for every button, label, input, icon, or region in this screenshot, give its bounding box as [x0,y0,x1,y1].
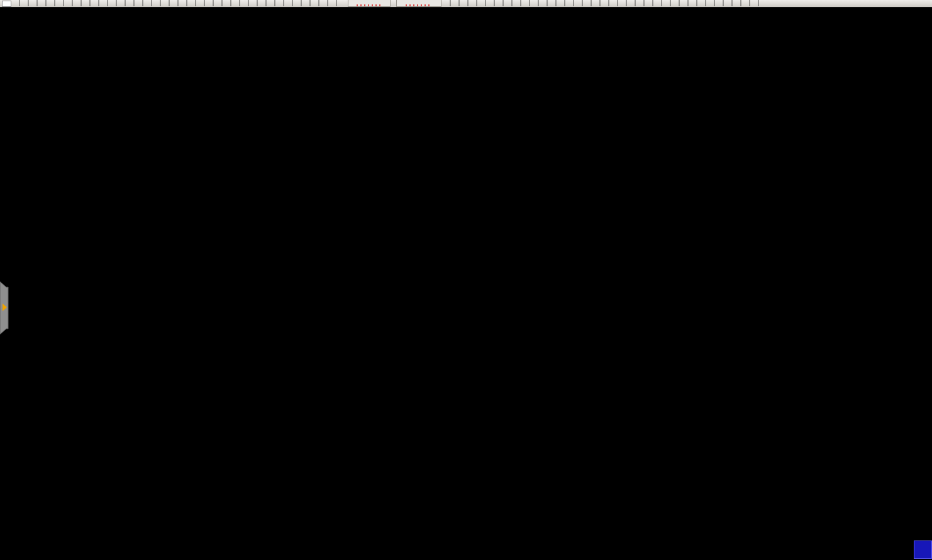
period-badge[interactable] [914,541,932,559]
toolbar-button-1[interactable] [348,0,391,7]
app-window-icon[interactable] [2,1,11,7]
menu-bar[interactable] [0,0,932,8]
toolbar-button-2[interactable] [396,0,441,7]
sidebar-slide-handle[interactable] [0,282,11,334]
menu-text-fragment-2 [450,0,764,6]
chart-canvas[interactable] [0,0,932,560]
menu-text-fragment [19,0,340,6]
stock-app-window [0,0,932,560]
